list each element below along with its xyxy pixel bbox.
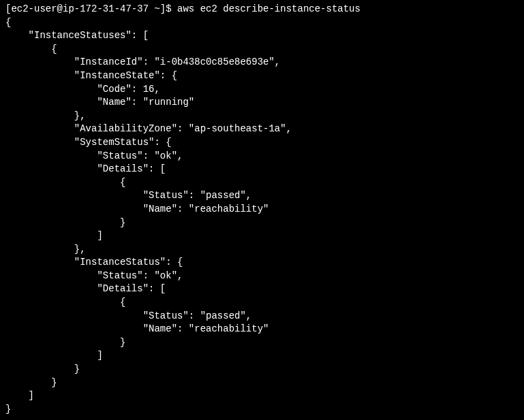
- command-output: { "InstanceStatuses": [ { "InstanceId": …: [5, 16, 519, 417]
- prompt-prefix: [ec2-user@ip-172-31-47-37 ~]$: [5, 3, 172, 14]
- command-text: aws ec2 describe-instance-status: [177, 3, 360, 14]
- shell-prompt: [ec2-user@ip-172-31-47-37 ~]$ aws ec2 de…: [5, 3, 519, 16]
